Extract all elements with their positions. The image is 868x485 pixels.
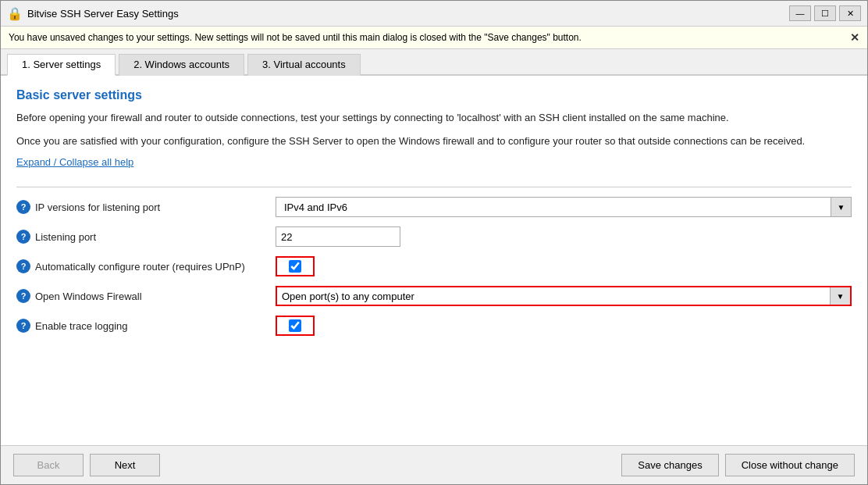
server-settings-panel: Basic server settings Before opening you… xyxy=(1,76,867,445)
minimize-button[interactable]: — xyxy=(789,5,811,21)
tab-virtual-accounts[interactable]: 3. Virtual accounts xyxy=(247,54,361,76)
tab-windows-accounts[interactable]: 2. Windows accounts xyxy=(119,54,244,76)
ip-versions-row: ? IP versions for listening port IPv4 an… xyxy=(16,197,852,217)
title-bar: 🔒 Bitvise SSH Server Easy Settings — ☐ ✕ xyxy=(1,1,867,27)
auto-router-label-group: ? Automatically configure router (requir… xyxy=(16,259,266,273)
listening-port-help-icon[interactable]: ? xyxy=(16,230,30,244)
warning-bar: You have unsaved changes to your setting… xyxy=(1,27,867,49)
panel-title: Basic server settings xyxy=(16,88,852,102)
ip-versions-label-group: ? IP versions for listening port xyxy=(16,200,266,214)
window-title: Bitvise SSH Server Easy Settings xyxy=(27,8,789,20)
tabs-bar: 1. Server settings 2. Windows accounts 3… xyxy=(1,49,867,76)
ip-versions-select[interactable]: IPv4 and IPv6 IPv4 only IPv6 only xyxy=(281,201,826,213)
listening-port-label-group: ? Listening port xyxy=(16,230,266,244)
ip-versions-label: IP versions for listening port xyxy=(35,201,160,213)
trace-logging-checkbox[interactable] xyxy=(289,319,301,332)
firewall-help-icon[interactable]: ? xyxy=(16,289,30,303)
app-icon: 🔒 xyxy=(7,5,23,21)
tab-server-settings[interactable]: 1. Server settings xyxy=(7,54,116,76)
firewall-dropdown-arrow: ▼ xyxy=(830,287,850,305)
auto-router-checkbox[interactable] xyxy=(289,260,301,273)
firewall-label: Open Windows Firewall xyxy=(35,291,142,302)
auto-router-checkbox-wrapper xyxy=(276,256,315,276)
maximize-button[interactable]: ☐ xyxy=(814,5,836,21)
listening-port-row: ? Listening port xyxy=(16,226,852,247)
ip-versions-dropdown-arrow: ▼ xyxy=(831,198,851,216)
firewall-select[interactable]: Open port(s) to any computer Do not open… xyxy=(277,291,830,302)
ip-versions-help-icon[interactable]: ? xyxy=(16,200,30,214)
listening-port-label: Listening port xyxy=(35,231,96,243)
separator xyxy=(16,187,852,187)
bottom-bar: Back Next Save changes Close without cha… xyxy=(1,445,867,484)
content-area: 1. Server settings 2. Windows accounts 3… xyxy=(1,49,867,445)
settings-grid: ? IP versions for listening port IPv4 an… xyxy=(16,197,852,336)
trace-logging-label-group: ? Enable trace logging xyxy=(16,319,266,333)
trace-logging-help-icon[interactable]: ? xyxy=(16,319,30,333)
window-close-button[interactable]: ✕ xyxy=(839,5,861,21)
warning-close-button[interactable]: ✕ xyxy=(850,31,859,44)
firewall-row: ? Open Windows Firewall Open port(s) to … xyxy=(16,286,852,306)
window-controls: — ☐ ✕ xyxy=(789,5,861,21)
trace-logging-label: Enable trace logging xyxy=(35,320,128,332)
panel-desc-1: Before opening your firewall and router … xyxy=(16,110,852,126)
auto-router-label: Automatically configure router (requires… xyxy=(35,261,245,273)
warning-text: You have unsaved changes to your setting… xyxy=(9,32,582,43)
back-button[interactable]: Back xyxy=(13,454,84,476)
next-button[interactable]: Next xyxy=(90,454,160,476)
expand-collapse-link[interactable]: Expand / Collapse all help xyxy=(16,156,133,168)
firewall-select-wrapper: Open port(s) to any computer Do not open… xyxy=(276,286,852,306)
trace-logging-checkbox-wrapper xyxy=(276,316,315,336)
auto-router-row: ? Automatically configure router (requir… xyxy=(16,256,852,276)
save-changes-button[interactable]: Save changes xyxy=(621,454,718,476)
bottom-right-buttons: Save changes Close without change xyxy=(621,454,855,476)
auto-router-help-icon[interactable]: ? xyxy=(16,259,30,273)
listening-port-input[interactable] xyxy=(276,226,400,247)
close-without-change-button[interactable]: Close without change xyxy=(725,454,855,476)
firewall-label-group: ? Open Windows Firewall xyxy=(16,289,266,303)
ip-versions-select-wrapper: IPv4 and IPv6 IPv4 only IPv6 only ▼ xyxy=(276,197,852,217)
main-window: 🔒 Bitvise SSH Server Easy Settings — ☐ ✕… xyxy=(0,0,868,485)
bottom-left-buttons: Back Next xyxy=(13,454,160,476)
trace-logging-row: ? Enable trace logging xyxy=(16,316,852,336)
panel-desc-2: Once you are satisfied with your configu… xyxy=(16,134,852,149)
